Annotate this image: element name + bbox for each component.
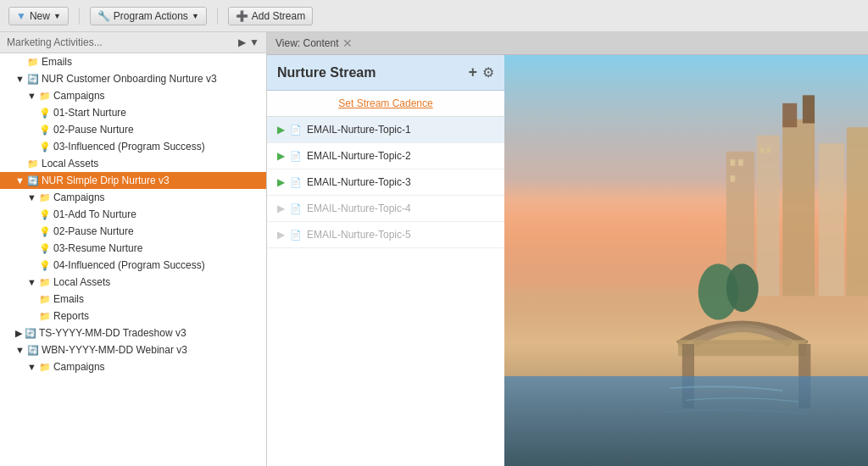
sidebar-item-label: Local Assets: [53, 276, 110, 288]
sidebar-item-emails-2[interactable]: 📁 Emails: [0, 291, 266, 308]
toolbar: ▼ New ▼ 🔧 Program Actions ▼ ➕ Add Stream: [0, 0, 868, 32]
sidebar-item-01-start[interactable]: 💡 01-Start Nurture: [0, 104, 266, 121]
view-bar: View: Content ✕: [267, 32, 868, 55]
new-button[interactable]: ▼ New ▼: [8, 7, 69, 25]
sidebar-item-label: 02-Pause Nurture: [53, 225, 134, 237]
svg-point-16: [726, 264, 759, 312]
sidebar-item-label: Emails: [53, 293, 84, 305]
sidebar-item-label: NUR Simple Drip Nurture v3: [42, 175, 170, 186]
sidebar-item-03-influenced-1[interactable]: 💡 03-Influenced (Program Success): [0, 138, 266, 155]
toolbar-divider: [79, 8, 80, 25]
content-area: View: Content ✕ Nurture Stream + ⚙ Set S…: [267, 32, 868, 466]
view-close-button[interactable]: ✕: [342, 36, 353, 50]
folder-icon: 📁: [39, 362, 51, 373]
sidebar-icon-group: ▶ ▼: [238, 36, 259, 48]
email-item-topic-4[interactable]: ▶ 📄 EMAIL-Nurture-Topic-4: [267, 196, 504, 222]
folder-icon: 📁: [39, 192, 51, 203]
program-actions-icon: 🔧: [97, 10, 110, 22]
email-file-icon: 📄: [290, 151, 302, 162]
sidebar-item-label: 01-Add To Nurture: [53, 208, 136, 220]
sidebar-item-label: 03-Influenced (Program Success): [53, 141, 205, 153]
expand-icon: ▼: [15, 74, 25, 84]
smart-list-icon: 💡: [39, 141, 51, 153]
program-actions-button[interactable]: 🔧 Program Actions ▼: [90, 7, 207, 25]
svg-rect-22: [504, 376, 868, 466]
svg-rect-11: [738, 159, 743, 166]
sidebar-item-label: Campaigns: [53, 191, 105, 203]
smart-list-icon: 💡: [39, 226, 51, 237]
nurture-icon: 🔄: [27, 345, 39, 356]
email-label: EMAIL-Nurture-Topic-1: [307, 124, 411, 136]
sidebar-arrow-icon[interactable]: ▶: [238, 36, 246, 48]
email-file-icon: 📄: [290, 203, 302, 214]
svg-rect-12: [731, 175, 736, 182]
view-label: View: Content: [275, 37, 339, 49]
content-main: Nurture Stream + ⚙ Set Stream Cadence ▶ …: [267, 55, 868, 466]
sidebar-item-reports[interactable]: 📁 Reports: [0, 308, 266, 325]
email-item-topic-5[interactable]: ▶ 📄 EMAIL-Nurture-Topic-5: [267, 222, 504, 248]
add-stream-label: Add Stream: [252, 10, 305, 22]
new-dropdown-icon: ▼: [53, 12, 61, 20]
play-icon: ▶: [277, 202, 285, 214]
sidebar-item-local-assets-2[interactable]: ▼ 📁 Local Assets: [0, 274, 266, 291]
smart-list-icon: 💡: [39, 243, 51, 254]
sidebar-item-ts-tradeshow[interactable]: ▶ 🔄 TS-YYYY-MM-DD Tradeshow v3: [0, 325, 266, 341]
new-icon: ▼: [16, 10, 26, 22]
sidebar-item-nur-simple[interactable]: ▼ 🔄 NUR Simple Drip Nurture v3: [0, 172, 266, 189]
sidebar-item-local-assets-1[interactable]: 📁 Local Assets: [0, 155, 266, 172]
stream-panel: Nurture Stream + ⚙ Set Stream Cadence ▶ …: [267, 55, 504, 466]
sidebar-item-02-pause[interactable]: 💡 02-Pause Nurture: [0, 121, 266, 138]
sidebar-item-emails-top[interactable]: 📁 Emails: [0, 53, 266, 70]
sidebar-item-label: Emails: [42, 56, 72, 68]
add-stream-item-button[interactable]: +: [468, 64, 477, 81]
email-item-topic-2[interactable]: ▶ 📄 EMAIL-Nurture-Topic-2: [267, 143, 504, 169]
svg-rect-10: [731, 159, 736, 166]
play-icon: ▶: [277, 229, 285, 241]
folder-icon: 📁: [39, 91, 51, 102]
svg-rect-3: [782, 119, 815, 296]
new-label: New: [30, 10, 50, 22]
folder-icon: 📁: [39, 294, 51, 305]
toolbar-divider-2: [217, 8, 218, 25]
play-icon: ▶: [277, 176, 285, 188]
svg-rect-8: [782, 103, 797, 127]
expand-icon: ▼: [27, 192, 36, 202]
sidebar-item-campaigns-1[interactable]: ▼ 📁 Campaigns: [0, 87, 266, 104]
sidebar-item-nur-customer[interactable]: ▼ 🔄 NUR Customer Onboarding Nurture v3: [0, 70, 266, 87]
expand-icon: ▼: [27, 91, 36, 101]
sidebar-item-label: 02-Pause Nurture: [53, 124, 134, 136]
play-icon: ▶: [277, 124, 285, 136]
smart-list-icon: 💡: [39, 209, 51, 220]
sidebar-item-label: TS-YYYY-MM-DD Tradeshow v3: [39, 327, 186, 339]
sidebar-item-label: WBN-YYYY-MM-DD Webinar v3: [42, 344, 187, 356]
email-file-icon: 📄: [290, 125, 302, 136]
sidebar-item-03-resume[interactable]: 💡 03-Resume Nurture: [0, 240, 266, 257]
sidebar: Marketing Activities... ▶ ▼ 📁 Emails ▼ 🔄…: [0, 32, 267, 466]
folder-icon: 📁: [27, 57, 39, 68]
nurture-icon: 🔄: [25, 328, 36, 339]
sidebar-item-01-add[interactable]: 💡 01-Add To Nurture: [0, 206, 266, 223]
email-list: ▶ 📄 EMAIL-Nurture-Topic-1 ▶ 📄 EMAIL-Nurt…: [267, 117, 504, 466]
sidebar-item-04-influenced[interactable]: 💡 04-Influenced (Program Success): [0, 257, 266, 274]
sidebar-item-02-pause-2[interactable]: 💡 02-Pause Nurture: [0, 223, 266, 240]
background-image: [504, 55, 868, 466]
sidebar-item-wbn-webinar[interactable]: ▼ 🔄 WBN-YYYY-MM-DD Webinar v3: [0, 341, 266, 358]
set-cadence-link[interactable]: Set Stream Cadence: [267, 91, 504, 117]
sidebar-item-label: 03-Resume Nurture: [53, 242, 142, 254]
svg-rect-14: [766, 147, 771, 153]
sidebar-item-label: Campaigns: [53, 90, 105, 102]
sidebar-menu-icon[interactable]: ▼: [249, 36, 259, 48]
email-item-topic-1[interactable]: ▶ 📄 EMAIL-Nurture-Topic-1: [267, 117, 504, 143]
svg-rect-5: [847, 127, 868, 296]
email-item-topic-3[interactable]: ▶ 📄 EMAIL-Nurture-Topic-3: [267, 169, 504, 196]
stream-settings-button[interactable]: ⚙: [482, 64, 494, 80]
expand-icon: ▼: [15, 175, 25, 186]
sidebar-item-label: Reports: [53, 310, 89, 322]
add-stream-icon: ➕: [236, 10, 248, 22]
sidebar-item-campaigns-2[interactable]: ▼ 📁 Campaigns: [0, 189, 266, 206]
add-stream-button[interactable]: ➕ Add Stream: [228, 7, 313, 25]
sidebar-item-campaigns-3[interactable]: ▼ 📁 Campaigns: [0, 358, 266, 375]
stream-header-icons: + ⚙: [468, 64, 494, 81]
expand-icon: ▼: [15, 345, 25, 355]
email-label: EMAIL-Nurture-Topic-2: [307, 150, 411, 162]
